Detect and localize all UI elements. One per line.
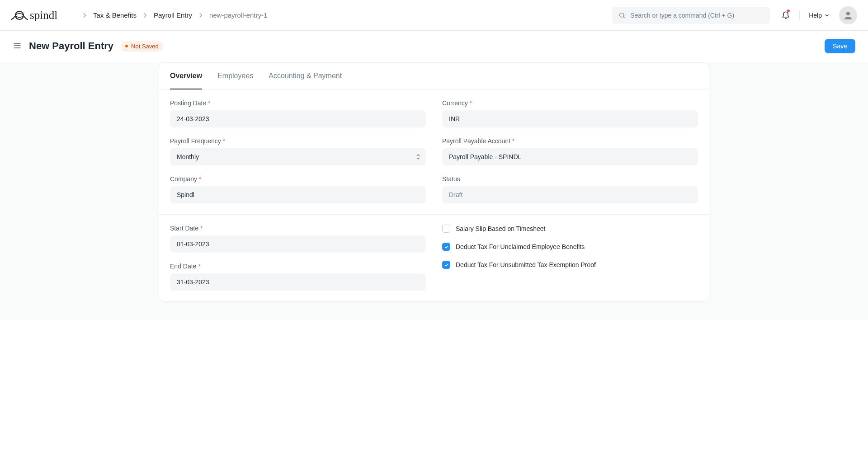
- spindl-logo-icon: spindl: [11, 8, 74, 23]
- section-dates: Start Date * End Date * Salary Slip Base…: [159, 214, 709, 301]
- notifications-button[interactable]: [781, 10, 790, 20]
- label-payroll-frequency: Payroll Frequency *: [170, 137, 426, 145]
- start-date-input[interactable]: [170, 235, 426, 253]
- currency-input[interactable]: [442, 110, 698, 127]
- svg-point-2: [620, 13, 624, 17]
- help-menu[interactable]: Help: [809, 12, 830, 19]
- search-icon: [618, 12, 626, 19]
- save-status-badge: Not Saved: [121, 41, 163, 52]
- search-input[interactable]: [630, 12, 764, 19]
- company-input[interactable]: [170, 186, 426, 203]
- end-date-input[interactable]: [170, 273, 426, 291]
- svg-text:spindl: spindl: [30, 9, 57, 21]
- chevron-down-icon: [824, 12, 830, 19]
- svg-point-0: [15, 11, 24, 19]
- chevron-right-icon: [80, 11, 89, 19]
- checkbox-deduct-benefits-label: Deduct Tax For Unclaimed Employee Benefi…: [456, 243, 585, 250]
- label-start-date: Start Date *: [170, 225, 426, 232]
- help-label: Help: [809, 12, 822, 19]
- checkbox-deduct-exemption[interactable]: [442, 261, 450, 269]
- check-icon: [444, 263, 449, 268]
- payable-account-input[interactable]: [442, 148, 698, 165]
- search-box[interactable]: [612, 7, 770, 24]
- section-basic: Posting Date * Payroll Frequency *: [159, 89, 709, 214]
- tab-employees[interactable]: Employees: [217, 63, 253, 89]
- status-value: Draft: [442, 186, 698, 203]
- tab-accounting-payment[interactable]: Accounting & Payment: [269, 63, 342, 89]
- label-end-date: End Date *: [170, 263, 426, 270]
- svg-point-3: [846, 12, 850, 15]
- status-text: Not Saved: [131, 43, 159, 50]
- sidebar-toggle[interactable]: [13, 41, 22, 52]
- logo[interactable]: spindl: [11, 8, 74, 23]
- breadcrumb-tax-benefits[interactable]: Tax & Benefits: [90, 11, 139, 19]
- menu-icon: [13, 41, 22, 50]
- page-header: New Payroll Entry Not Saved Save: [0, 31, 868, 62]
- user-icon: [843, 10, 854, 21]
- label-payable-account: Payroll Payable Account *: [442, 137, 698, 145]
- page-title: New Payroll Entry: [29, 40, 113, 52]
- breadcrumb-payroll-entry[interactable]: Payroll Entry: [151, 11, 195, 19]
- tabs: Overview Employees Accounting & Payment: [159, 63, 709, 89]
- checkbox-deduct-exemption-label: Deduct Tax For Unsubmitted Tax Exemption…: [456, 261, 596, 268]
- checkbox-timesheet-label: Salary Slip Based on Timesheet: [456, 225, 545, 232]
- divider: [799, 10, 800, 20]
- posting-date-input[interactable]: [170, 110, 426, 127]
- checkbox-deduct-benefits[interactable]: [442, 243, 450, 251]
- label-posting-date: Posting Date *: [170, 99, 426, 107]
- form-container: Overview Employees Accounting & Payment …: [0, 62, 868, 320]
- tab-overview[interactable]: Overview: [170, 63, 202, 89]
- label-status: Status: [442, 175, 698, 183]
- breadcrumb-current: new-payroll-entry-1: [207, 11, 270, 19]
- chevron-right-icon: [141, 11, 149, 19]
- label-currency: Currency *: [442, 99, 698, 107]
- breadcrumbs: Tax & Benefits Payroll Entry new-payroll…: [80, 11, 270, 19]
- check-icon: [444, 244, 449, 249]
- user-avatar[interactable]: [839, 6, 857, 24]
- save-button[interactable]: Save: [825, 39, 855, 53]
- status-dot: [125, 45, 128, 47]
- checkbox-timesheet[interactable]: [442, 225, 450, 233]
- label-company: Company *: [170, 175, 426, 183]
- navbar: spindl Tax & Benefits Payroll Entry new-…: [0, 0, 868, 31]
- payroll-frequency-select[interactable]: [170, 148, 426, 165]
- chevron-right-icon: [197, 11, 205, 19]
- form-card: Overview Employees Accounting & Payment …: [159, 62, 709, 302]
